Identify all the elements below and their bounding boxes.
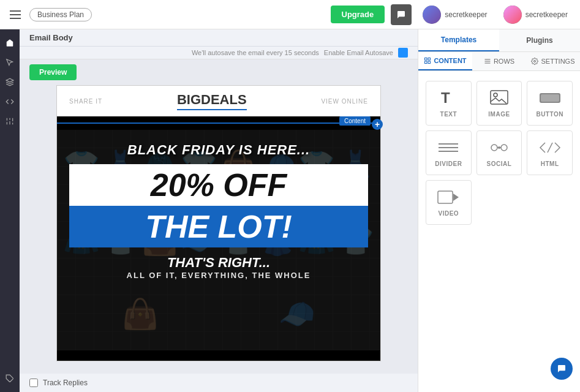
svg-rect-8 [425,58,427,61]
email-share-label: SHARE IT [69,98,102,105]
svg-rect-29 [438,191,453,203]
autosave-text: We'll autosave the email every 15 second… [192,49,319,56]
username-1: secretkeeper [445,10,487,19]
content-item-text[interactable]: T TEXT [426,81,472,126]
content-item-divider-label: DIVIDER [435,160,462,167]
sidebar-icon-tag[interactable] [1,370,18,387]
tab-settings[interactable]: SETTINGS [526,52,580,70]
svg-point-18 [494,93,497,97]
sidebar-icon-home[interactable] [1,34,18,51]
content-item-social-label: SOCIAL [487,160,512,167]
right-panel: Templates Plugins CONTENT ROWS SETTINGS [418,29,580,392]
tab-rows-label: ROWS [494,58,514,65]
avatar-2 [503,6,522,24]
content-item-button[interactable]: BUTTON [527,81,573,126]
notification-button[interactable] [391,4,412,25]
preview-bar: Preview [20,59,418,85]
email-canvas: SHARE IT BIGDEALS VIEW ONLINE Content + [56,85,381,361]
preview-button[interactable]: Preview [29,64,77,80]
content-tabs: CONTENT ROWS SETTINGS [418,52,580,71]
sidebar-icon-cursor[interactable] [1,54,18,71]
tab-settings-label: SETTINGS [541,58,574,65]
content-item-video[interactable]: VIDEO [426,180,472,225]
content-item-social[interactable]: SOCIAL [476,130,522,175]
email-content: BLACK FRIDAY IS HERE... 20% OFF THE LOT!… [57,130,380,292]
content-tooltip-bar: Content + [57,116,380,130]
sidebar-icon-layers[interactable] [1,74,18,91]
svg-point-15 [534,61,536,62]
image-icon [487,89,511,107]
svg-point-25 [501,145,507,151]
black-friday-headline: BLACK FRIDAY IS HERE... [75,142,362,158]
svg-line-28 [548,143,552,153]
svg-marker-30 [453,194,459,201]
svg-rect-10 [425,61,427,64]
content-item-button-label: BUTTON [536,111,563,118]
svg-marker-0 [6,78,13,82]
svg-point-27 [498,146,500,149]
lot-block: THE LOT! [69,206,368,247]
tab-content[interactable]: CONTENT [418,52,472,70]
username-2: secretkeeper [525,10,568,19]
discount-text: 20% OFF [81,169,356,201]
content-blue-line [57,123,380,124]
tab-content-label: CONTENT [434,57,466,64]
autosave-enable-label: Enable Email Autosave [324,49,393,56]
thats-right-text: THAT'S RIGHT... [75,255,362,271]
panel-tabs: Templates Plugins [418,29,580,52]
editor-toolbar: Email Body [20,29,418,47]
svg-rect-11 [428,61,431,64]
email-body-label: Email Body [29,33,73,42]
left-sidebar [0,29,20,392]
upgrade-button[interactable]: Upgrade [331,6,385,23]
tab-plugins[interactable]: Plugins [499,29,580,51]
video-icon [436,188,461,206]
editor-area: Email Body We'll autosave the email ever… [20,29,418,392]
discount-block: 20% OFF [69,164,368,206]
svg-rect-9 [428,58,431,61]
autosave-bar: We'll autosave the email every 15 second… [20,47,418,59]
email-brand: BIGDEALS [177,92,247,110]
track-replies-checkbox[interactable] [29,379,38,387]
hamburger-icon[interactable] [7,8,23,21]
sidebar-icon-sliders[interactable] [1,113,18,130]
divider-icon [436,138,461,157]
top-nav: Business Plan Upgrade secretkeeper secre… [0,0,580,29]
button-icon [538,89,562,107]
html-icon [538,138,562,157]
content-item-html-label: HTML [541,160,559,167]
content-tooltip: Content [339,116,371,126]
all-of-it-text: ALL OF IT, EVERYTHING, THE WHOLE [75,271,362,280]
tab-templates[interactable]: Templates [418,29,499,51]
content-grid: T TEXT IMAGE BUTTON [418,71,580,235]
plan-badge[interactable]: Business Plan [29,8,92,21]
content-item-divider[interactable]: DIVIDER [426,130,472,175]
content-item-image-label: IMAGE [488,111,510,118]
brand-suffix: DEALS [201,92,247,107]
chat-bubble[interactable] [551,358,573,380]
social-icon [487,138,511,157]
user-area-1[interactable]: secretkeeper [418,3,492,26]
content-add-button[interactable]: + [372,119,383,130]
main-layout: Email Body We'll autosave the email ever… [0,29,580,392]
tab-rows[interactable]: ROWS [472,52,526,70]
user-area-2[interactable]: secretkeeper [499,3,573,26]
brand-prefix: BIG [177,92,201,107]
email-view-online: VIEW ONLINE [321,98,368,105]
content-item-html[interactable]: HTML [527,130,573,175]
avatar-1 [423,6,441,24]
sidebar-icon-code[interactable] [1,93,18,110]
svg-text:T: T [441,89,450,106]
email-header: SHARE IT BIGDEALS VIEW ONLINE [57,86,380,116]
email-bottom-bar: Track Replies [20,374,418,392]
svg-point-24 [491,145,497,151]
lot-text: THE LOT! [81,211,356,243]
content-item-text-label: TEXT [440,111,458,118]
track-replies-label: Track Replies [43,379,88,387]
email-canvas-wrapper[interactable]: SHARE IT BIGDEALS VIEW ONLINE Content + [20,85,418,374]
email-body-image: 👕👗🧥👕👜🧢👕👗🧥👕👜🧢👕👗🧥👕👜🧢 BLACK FRIDAY IS HERE.… [57,130,380,350]
text-icon: T [436,89,461,107]
autosave-checkbox[interactable] [398,48,408,58]
content-item-image[interactable]: IMAGE [476,81,522,126]
content-item-video-label: VIDEO [439,210,459,217]
